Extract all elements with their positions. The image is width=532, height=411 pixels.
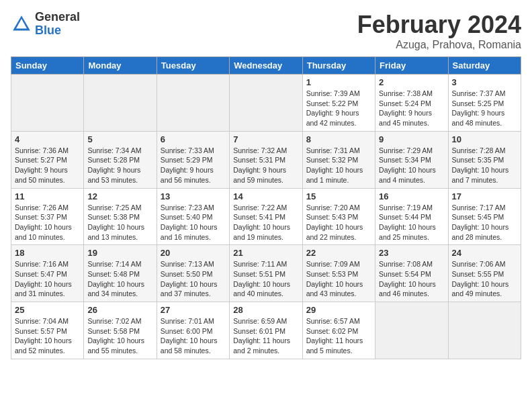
day-number: 2: [379, 77, 444, 87]
day-cell: 29Sunrise: 6:57 AM Sunset: 6:02 PM Dayli…: [302, 302, 375, 359]
day-number: 5: [87, 134, 152, 144]
day-cell: 15Sunrise: 7:20 AM Sunset: 5:43 PM Dayli…: [302, 188, 375, 245]
day-info: Sunrise: 7:20 AM Sunset: 5:43 PM Dayligh…: [306, 203, 371, 242]
day-info: Sunrise: 7:19 AM Sunset: 5:44 PM Dayligh…: [379, 203, 444, 242]
day-cell: [157, 75, 229, 132]
day-cell: 26Sunrise: 7:02 AM Sunset: 5:58 PM Dayli…: [84, 302, 157, 359]
day-cell: 10Sunrise: 7:28 AM Sunset: 5:35 PM Dayli…: [448, 131, 521, 188]
logo: General Blue: [11, 11, 80, 38]
day-cell: 24Sunrise: 7:06 AM Sunset: 5:55 PM Dayli…: [448, 245, 521, 302]
day-cell: [375, 302, 448, 359]
day-info: Sunrise: 7:08 AM Sunset: 5:54 PM Dayligh…: [379, 259, 444, 299]
day-cell: 21Sunrise: 7:11 AM Sunset: 5:51 PM Dayli…: [230, 245, 302, 302]
header: General Blue February 2024 Azuga, Prahov…: [11, 11, 521, 51]
day-info: Sunrise: 7:37 AM Sunset: 5:25 PM Dayligh…: [452, 89, 517, 128]
header-cell-saturday: Saturday: [448, 57, 521, 75]
day-number: 21: [233, 248, 298, 258]
day-cell: 28Sunrise: 6:59 AM Sunset: 6:01 PM Dayli…: [230, 302, 302, 359]
logo-icon: [11, 13, 32, 35]
day-info: Sunrise: 7:34 AM Sunset: 5:28 PM Dayligh…: [87, 146, 152, 185]
day-number: 12: [87, 191, 152, 201]
day-info: Sunrise: 7:29 AM Sunset: 5:34 PM Dayligh…: [379, 146, 444, 185]
day-info: Sunrise: 7:36 AM Sunset: 5:27 PM Dayligh…: [15, 146, 80, 185]
day-number: 18: [15, 248, 80, 258]
week-row-5: 25Sunrise: 7:04 AM Sunset: 5:57 PM Dayli…: [11, 302, 521, 359]
day-number: 19: [87, 248, 152, 258]
day-info: Sunrise: 7:11 AM Sunset: 5:51 PM Dayligh…: [233, 259, 298, 299]
day-info: Sunrise: 7:13 AM Sunset: 5:50 PM Dayligh…: [161, 259, 226, 299]
day-cell: 1Sunrise: 7:39 AM Sunset: 5:22 PM Daylig…: [302, 75, 375, 132]
header-cell-friday: Friday: [375, 57, 448, 75]
day-number: 20: [161, 248, 226, 258]
day-number: 4: [15, 134, 80, 144]
day-number: 11: [15, 191, 80, 201]
day-number: 29: [306, 305, 371, 315]
day-info: Sunrise: 7:14 AM Sunset: 5:48 PM Dayligh…: [87, 259, 152, 299]
header-cell-thursday: Thursday: [302, 57, 375, 75]
day-cell: 16Sunrise: 7:19 AM Sunset: 5:44 PM Dayli…: [375, 188, 448, 245]
day-info: Sunrise: 7:25 AM Sunset: 5:38 PM Dayligh…: [87, 203, 152, 242]
day-info: Sunrise: 7:31 AM Sunset: 5:32 PM Dayligh…: [306, 146, 371, 185]
day-cell: 23Sunrise: 7:08 AM Sunset: 5:54 PM Dayli…: [375, 245, 448, 302]
day-cell: 13Sunrise: 7:23 AM Sunset: 5:40 PM Dayli…: [157, 188, 229, 245]
week-row-2: 4Sunrise: 7:36 AM Sunset: 5:27 PM Daylig…: [11, 131, 521, 188]
header-row: SundayMondayTuesdayWednesdayThursdayFrid…: [11, 57, 521, 75]
calendar-table: SundayMondayTuesdayWednesdayThursdayFrid…: [11, 56, 521, 359]
week-row-4: 18Sunrise: 7:16 AM Sunset: 5:47 PM Dayli…: [11, 245, 521, 302]
header-cell-sunday: Sunday: [11, 57, 84, 75]
day-cell: 25Sunrise: 7:04 AM Sunset: 5:57 PM Dayli…: [11, 302, 84, 359]
day-number: 10: [452, 134, 517, 144]
day-info: Sunrise: 7:23 AM Sunset: 5:40 PM Dayligh…: [161, 203, 226, 242]
day-cell: [11, 75, 84, 132]
day-info: Sunrise: 7:17 AM Sunset: 5:45 PM Dayligh…: [452, 203, 517, 242]
day-info: Sunrise: 7:16 AM Sunset: 5:47 PM Dayligh…: [15, 259, 80, 299]
day-info: Sunrise: 7:09 AM Sunset: 5:53 PM Dayligh…: [306, 259, 371, 299]
day-cell: 5Sunrise: 7:34 AM Sunset: 5:28 PM Daylig…: [84, 131, 157, 188]
day-number: 16: [379, 191, 444, 201]
header-cell-tuesday: Tuesday: [157, 57, 229, 75]
day-info: Sunrise: 6:57 AM Sunset: 6:02 PM Dayligh…: [306, 316, 371, 356]
day-cell: 20Sunrise: 7:13 AM Sunset: 5:50 PM Dayli…: [157, 245, 229, 302]
day-info: Sunrise: 7:32 AM Sunset: 5:31 PM Dayligh…: [233, 146, 298, 185]
day-cell: 17Sunrise: 7:17 AM Sunset: 5:45 PM Dayli…: [448, 188, 521, 245]
location-title: Azuga, Prahova, Romania: [357, 39, 521, 51]
day-info: Sunrise: 6:59 AM Sunset: 6:01 PM Dayligh…: [233, 316, 298, 356]
day-info: Sunrise: 7:02 AM Sunset: 5:58 PM Dayligh…: [87, 316, 152, 356]
day-info: Sunrise: 7:06 AM Sunset: 5:55 PM Dayligh…: [452, 259, 517, 299]
day-cell: 8Sunrise: 7:31 AM Sunset: 5:32 PM Daylig…: [302, 131, 375, 188]
day-cell: 6Sunrise: 7:33 AM Sunset: 5:29 PM Daylig…: [157, 131, 229, 188]
month-title: February 2024: [357, 11, 521, 39]
day-number: 24: [452, 248, 517, 258]
day-cell: 18Sunrise: 7:16 AM Sunset: 5:47 PM Dayli…: [11, 245, 84, 302]
day-info: Sunrise: 7:33 AM Sunset: 5:29 PM Dayligh…: [161, 146, 226, 185]
day-number: 15: [306, 191, 371, 201]
week-row-1: 1Sunrise: 7:39 AM Sunset: 5:22 PM Daylig…: [11, 75, 521, 132]
day-info: Sunrise: 7:04 AM Sunset: 5:57 PM Dayligh…: [15, 316, 80, 356]
day-number: 25: [15, 305, 80, 315]
day-number: 8: [306, 134, 371, 144]
day-number: 26: [87, 305, 152, 315]
day-info: Sunrise: 7:22 AM Sunset: 5:41 PM Dayligh…: [233, 203, 298, 242]
day-cell: [84, 75, 157, 132]
day-number: 22: [306, 248, 371, 258]
day-info: Sunrise: 7:26 AM Sunset: 5:37 PM Dayligh…: [15, 203, 80, 242]
day-number: 7: [233, 134, 298, 144]
day-number: 1: [306, 77, 371, 87]
day-cell: 14Sunrise: 7:22 AM Sunset: 5:41 PM Dayli…: [230, 188, 302, 245]
day-info: Sunrise: 7:28 AM Sunset: 5:35 PM Dayligh…: [452, 146, 517, 185]
logo-text: General Blue: [35, 11, 80, 38]
day-cell: 22Sunrise: 7:09 AM Sunset: 5:53 PM Dayli…: [302, 245, 375, 302]
day-number: 9: [379, 134, 444, 144]
day-cell: 3Sunrise: 7:37 AM Sunset: 5:25 PM Daylig…: [448, 75, 521, 132]
logo-general-label: General: [35, 11, 80, 24]
day-cell: [448, 302, 521, 359]
day-number: 14: [233, 191, 298, 201]
day-cell: 27Sunrise: 7:01 AM Sunset: 6:00 PM Dayli…: [157, 302, 229, 359]
header-cell-wednesday: Wednesday: [230, 57, 302, 75]
header-cell-monday: Monday: [84, 57, 157, 75]
day-number: 28: [233, 305, 298, 315]
day-info: Sunrise: 7:38 AM Sunset: 5:24 PM Dayligh…: [379, 89, 444, 128]
day-cell: 4Sunrise: 7:36 AM Sunset: 5:27 PM Daylig…: [11, 131, 84, 188]
day-cell: 11Sunrise: 7:26 AM Sunset: 5:37 PM Dayli…: [11, 188, 84, 245]
day-info: Sunrise: 7:39 AM Sunset: 5:22 PM Dayligh…: [306, 89, 371, 128]
